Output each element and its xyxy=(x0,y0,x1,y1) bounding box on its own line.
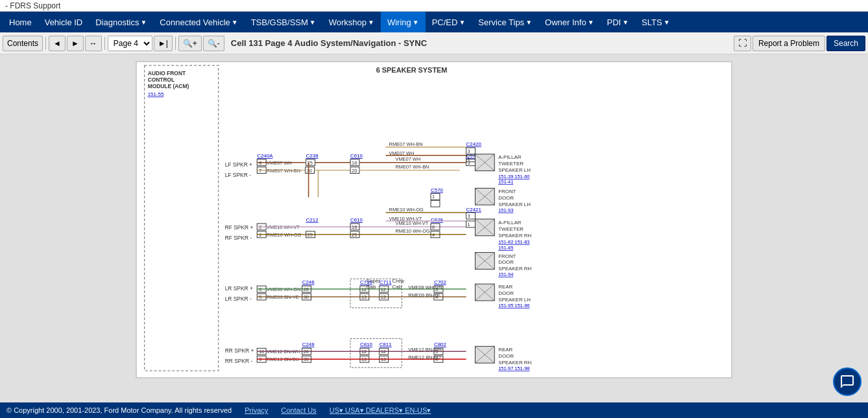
fullscreen-button[interactable]: ⛶ xyxy=(734,36,751,51)
nav-slts-arrow: ▼ xyxy=(664,19,670,26)
nav-owner-info[interactable]: Owner Info ▼ xyxy=(538,12,601,32)
svg-text:LR SPKR +: LR SPKR + xyxy=(225,285,253,292)
nav-pc-ed[interactable]: PC/ED ▼ xyxy=(426,12,472,32)
zoom-in-button[interactable]: 🔍+ xyxy=(178,36,202,51)
svg-text:C610: C610 xyxy=(350,153,363,159)
nav-forward-button[interactable]: ► xyxy=(67,36,84,51)
svg-text:20: 20 xyxy=(352,168,357,174)
nav-connected-vehicle[interactable]: Connected Vehicle ▼ xyxy=(153,12,244,32)
svg-text:151-93: 151-93 xyxy=(498,207,513,213)
svg-text:C240A: C240A xyxy=(257,153,273,159)
nav-pc-ed-arrow: ▼ xyxy=(459,19,465,26)
svg-text:MODULE (ACM): MODULE (ACM) xyxy=(148,83,189,89)
svg-text:RME10  WH-OG: RME10 WH-OG xyxy=(395,228,429,234)
search-button[interactable]: Search xyxy=(826,36,865,51)
nav-workshop[interactable]: Workshop ▼ xyxy=(322,12,381,32)
svg-rect-196 xyxy=(350,338,402,367)
svg-text:16: 16 xyxy=(352,160,357,166)
svg-text:13: 13 xyxy=(381,356,386,362)
svg-text:151-55: 151-55 xyxy=(148,91,164,97)
svg-text:LR SPKR -: LR SPKR - xyxy=(225,296,252,302)
zoom-out-button[interactable]: 🔍- xyxy=(203,36,224,51)
nav-tsb-arrow: ▼ xyxy=(309,19,316,26)
svg-text:C711: C711 xyxy=(380,279,392,285)
svg-text:RME07  WH-BN: RME07 WH-BN xyxy=(395,164,429,170)
footer: © Copyright 2000, 2001-2023, Ford Motor … xyxy=(0,402,868,418)
svg-rect-0 xyxy=(145,65,219,371)
svg-text:RME10  WH-OG: RME10 WH-OG xyxy=(389,207,424,213)
nav-slts[interactable]: SLTS ▼ xyxy=(635,12,676,32)
svg-text:28: 28 xyxy=(304,286,309,292)
svg-text:SPEAKER LH: SPEAKER LH xyxy=(498,297,531,303)
page-go-button[interactable]: ►| xyxy=(154,36,173,51)
nav-vehicle-id[interactable]: Vehicle ID xyxy=(38,12,90,32)
diagram-area: AUDIO FRONT CONTROL MODULE (ACM) 151-55 … xyxy=(0,54,868,402)
svg-text:1: 1 xyxy=(432,194,435,200)
svg-text:SPEAKER LH: SPEAKER LH xyxy=(498,167,531,173)
svg-text:FRONT: FRONT xyxy=(498,253,516,259)
svg-text:C2420: C2420 xyxy=(466,141,482,147)
region-link[interactable]: US▾ USA▾ DEALERS▾ EN-US▾ xyxy=(330,406,431,415)
svg-text:12: 12 xyxy=(361,286,367,292)
report-problem-button[interactable]: Report a Problem xyxy=(753,36,825,51)
chat-bubble[interactable] xyxy=(833,367,862,396)
toolbar: Contents ◄ ► ↔ Page 1 Page 2 Page 3 Page… xyxy=(0,32,868,54)
svg-text:C811: C811 xyxy=(380,342,392,347)
svg-text:151-97  151-98: 151-97 151-98 xyxy=(498,366,529,371)
svg-text:LF SPKR +: LF SPKR + xyxy=(225,161,252,168)
svg-text:6 SPEAKER SYSTEM: 6 SPEAKER SYSTEM xyxy=(376,66,448,74)
nav-diagnostics[interactable]: Diagnostics ▼ xyxy=(89,12,153,32)
svg-text:C610: C610 xyxy=(350,217,363,223)
svg-text:C212: C212 xyxy=(306,217,319,223)
svg-text:VME07  WH: VME07 WH xyxy=(395,156,420,162)
nav-service-tips[interactable]: Service Tips ▼ xyxy=(472,12,538,32)
svg-text:12: 12 xyxy=(381,286,386,292)
svg-text:30: 30 xyxy=(307,168,312,174)
svg-text:12: 12 xyxy=(381,349,386,354)
svg-text:SPEAKER RH: SPEAKER RH xyxy=(498,266,531,272)
svg-text:30: 30 xyxy=(304,294,309,300)
nav-back-button[interactable]: ◄ xyxy=(49,36,66,51)
nav-home[interactable]: Home xyxy=(3,12,38,32)
copyright-text: © Copyright 2000, 2001-2023, Ford Motor … xyxy=(6,406,232,414)
svg-text:25: 25 xyxy=(352,232,357,238)
toolbar-divider-2 xyxy=(104,37,105,50)
svg-text:RME07  WH-BN: RME07 WH-BN xyxy=(389,141,423,147)
nav-workshop-arrow: ▼ xyxy=(368,19,374,26)
svg-text:DOOR: DOOR xyxy=(498,259,514,265)
nav-owner-info-arrow: ▼ xyxy=(588,19,594,26)
svg-text:151-39  151-60: 151-39 151-60 xyxy=(498,174,529,180)
svg-text:AUDIO FRONT: AUDIO FRONT xyxy=(148,70,186,76)
svg-text:151-95  151-96: 151-95 151-96 xyxy=(498,303,529,308)
svg-text:SPEAKER LH: SPEAKER LH xyxy=(498,202,531,207)
nav-tsb[interactable]: TSB/GSB/SSM ▼ xyxy=(245,12,322,32)
nav-pdi-arrow: ▼ xyxy=(622,19,629,26)
svg-text:SPEAKER RH: SPEAKER RH xyxy=(498,360,531,366)
svg-text:C248: C248 xyxy=(302,342,315,347)
nav-wiring[interactable]: Wiring ▼ xyxy=(381,12,426,32)
diagram-title: Cell 131 Page 4 Audio System/Navigation … xyxy=(226,38,732,48)
svg-text:3: 3 xyxy=(435,349,438,354)
nav-pdi[interactable]: PDI ▼ xyxy=(601,12,636,32)
toolbar-divider-3 xyxy=(175,37,176,50)
contact-link[interactable]: Contact Us xyxy=(281,406,316,414)
svg-text:C238: C238 xyxy=(306,153,319,159)
nav-both-button[interactable]: ↔ xyxy=(85,36,102,51)
nav-bar: Home Vehicle ID Diagnostics ▼ Connected … xyxy=(0,12,868,32)
svg-text:C810: C810 xyxy=(360,342,373,347)
svg-text:13: 13 xyxy=(361,356,367,362)
privacy-link[interactable]: Privacy xyxy=(245,406,268,414)
contents-button[interactable]: Contents xyxy=(3,36,43,51)
svg-text:1: 1 xyxy=(468,156,470,162)
svg-text:DOOR: DOOR xyxy=(498,290,514,296)
svg-text:RR SPKR -: RR SPKR - xyxy=(225,358,253,364)
page-select[interactable]: Page 1 Page 2 Page 3 Page 4 Page 5 xyxy=(108,36,152,51)
svg-text:151-41: 151-41 xyxy=(498,179,513,185)
nav-connected-vehicle-arrow: ▼ xyxy=(232,19,238,26)
svg-text:13: 13 xyxy=(381,294,386,300)
svg-rect-58 xyxy=(431,200,440,207)
svg-text:25: 25 xyxy=(307,232,313,238)
svg-text:151-82  151-83: 151-82 151-83 xyxy=(498,239,529,245)
title-bar: - FDRS Support xyxy=(0,0,868,12)
title-bar-text: - FDRS Support xyxy=(5,1,60,10)
